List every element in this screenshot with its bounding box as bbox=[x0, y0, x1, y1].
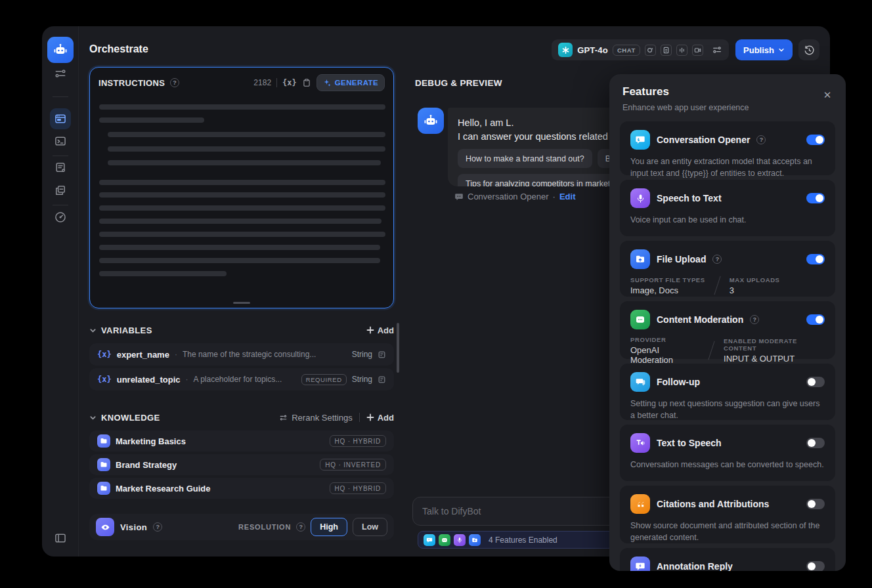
feature-card-speech-to-text: Speech to Text Voice input can be used i… bbox=[620, 180, 835, 236]
sidebar-item-monitoring-icon[interactable] bbox=[53, 209, 68, 225]
feature-toggle[interactable] bbox=[806, 438, 825, 448]
add-variable-button[interactable]: Add bbox=[366, 326, 394, 335]
insert-variable-icon[interactable]: {x} bbox=[282, 78, 297, 87]
dot-separator: · bbox=[185, 375, 188, 384]
audio-capability-icon bbox=[676, 45, 687, 56]
feature-toggle[interactable] bbox=[806, 314, 825, 325]
microphone-icon bbox=[630, 188, 650, 208]
vision-capability-icon bbox=[645, 45, 656, 56]
scrollbar-thumb[interactable] bbox=[397, 323, 399, 373]
feature-name: Follow-up bbox=[657, 377, 700, 387]
feature-toggle[interactable] bbox=[806, 193, 825, 203]
feature-toggle[interactable] bbox=[806, 499, 825, 509]
model-mode-badge: CHAT bbox=[613, 45, 640, 56]
preferences-sliders-icon[interactable] bbox=[53, 66, 68, 81]
meta-label: PROVIDER bbox=[630, 336, 699, 343]
rerank-settings-button[interactable]: Rerank Settings bbox=[279, 413, 353, 423]
variable-description: A placeholder for topics... bbox=[193, 375, 295, 384]
help-icon[interactable]: ? bbox=[750, 315, 759, 324]
resolution-high-button[interactable]: High bbox=[311, 518, 347, 536]
speech-to-text-mini-icon bbox=[454, 534, 466, 546]
generate-button[interactable]: GENERATE bbox=[316, 74, 385, 91]
app-logo-robot-icon[interactable] bbox=[47, 37, 74, 63]
vision-title: Vision bbox=[120, 522, 147, 532]
sidebar-divider bbox=[53, 156, 68, 156]
chevron-down-icon[interactable] bbox=[89, 327, 97, 334]
knowledge-badge: HQ · INVERTED bbox=[320, 459, 386, 471]
feature-name: Citations and Attributions bbox=[657, 499, 769, 509]
feature-toggle[interactable] bbox=[806, 377, 825, 387]
collapse-sidebar-icon[interactable] bbox=[53, 530, 68, 546]
help-icon[interactable]: ? bbox=[153, 522, 162, 532]
edit-field-icon[interactable] bbox=[378, 375, 386, 384]
sidebar-item-logs-icon[interactable] bbox=[53, 159, 68, 175]
moderation-face-icon bbox=[630, 310, 650, 329]
slash-divider bbox=[714, 276, 720, 295]
knowledge-row[interactable]: Market Research Guide HQ · HYBRID bbox=[89, 478, 394, 499]
sidebar-item-orchestrate[interactable] bbox=[50, 108, 71, 129]
feature-toggle[interactable] bbox=[806, 135, 825, 145]
knowledge-name: Brand Strategy bbox=[116, 460, 177, 470]
resize-handle[interactable] bbox=[233, 302, 250, 304]
feature-card-text-to-speech: Text to Speech Conversation messages can… bbox=[620, 425, 835, 481]
dot-separator: · bbox=[553, 192, 556, 201]
debug-preview-title: DEBUG & PREVIEW bbox=[415, 78, 502, 88]
publish-button[interactable]: Publish bbox=[735, 39, 793, 60]
knowledge-row[interactable]: Marketing Basics HQ · HYBRID bbox=[89, 430, 394, 452]
edit-field-icon[interactable] bbox=[378, 350, 386, 359]
help-icon[interactable]: ? bbox=[712, 255, 722, 264]
feature-description: Conversation messages can be converted t… bbox=[630, 459, 825, 471]
variable-row[interactable]: {x} unrelated_topic · A placeholder for … bbox=[89, 368, 394, 390]
feature-description: Voice input can be used in chat. bbox=[630, 214, 825, 226]
sparkle-icon bbox=[323, 79, 332, 87]
variables-header: VARIABLES Add bbox=[89, 323, 394, 337]
resolution-low-button[interactable]: Low bbox=[353, 518, 387, 536]
instructions-header: INSTRUCTIONS ? 2182 {x} GENERATE bbox=[90, 68, 393, 98]
chat-bubble-quote-icon bbox=[630, 130, 650, 150]
instructions-title: INSTRUCTIONS bbox=[98, 78, 165, 88]
suggested-question-chip[interactable]: How to make a brand stand out? bbox=[458, 149, 592, 168]
meta-value: 3 bbox=[730, 285, 780, 295]
knowledge-folder-icon bbox=[97, 482, 110, 495]
help-icon[interactable]: ? bbox=[296, 522, 305, 532]
publish-label: Publish bbox=[743, 45, 774, 55]
add-knowledge-button[interactable]: Add bbox=[366, 413, 394, 423]
history-icon bbox=[804, 45, 815, 56]
page-title: Orchestrate bbox=[89, 43, 148, 55]
feature-toggle[interactable] bbox=[806, 561, 825, 571]
bot-avatar bbox=[418, 108, 444, 134]
feature-name: Content Moderation bbox=[657, 314, 743, 325]
copy-clipboard-icon[interactable] bbox=[302, 78, 311, 87]
sidebar-item-terminal-icon[interactable] bbox=[53, 133, 68, 149]
variable-type: String bbox=[352, 375, 372, 384]
knowledge-row[interactable]: Brand Strategy HQ · INVERTED bbox=[89, 454, 394, 475]
feature-card-citations: Citations and Attributions Show source d… bbox=[620, 486, 835, 543]
variable-row[interactable]: {x} expert_name · The name of the strate… bbox=[89, 343, 394, 366]
chevron-down-icon[interactable] bbox=[89, 414, 97, 421]
add-label: Add bbox=[378, 326, 394, 335]
knowledge-name: Marketing Basics bbox=[116, 436, 186, 446]
feature-name: Annotation Reply bbox=[657, 561, 733, 571]
model-params-icon[interactable] bbox=[712, 45, 722, 55]
close-icon[interactable]: ✕ bbox=[819, 87, 835, 103]
openai-logo-icon bbox=[558, 43, 573, 57]
sidebar-divider bbox=[53, 96, 68, 97]
add-label: Add bbox=[378, 413, 394, 423]
meta-label: MAX UPLOADS bbox=[730, 276, 780, 284]
double-chat-bubble-icon bbox=[630, 372, 650, 392]
help-icon[interactable]: ? bbox=[756, 135, 766, 144]
model-selector[interactable]: GPT-4o CHAT bbox=[552, 39, 729, 60]
variable-icon: {x} bbox=[97, 350, 112, 359]
char-count: 2182 bbox=[253, 78, 271, 87]
conversation-opener-mini-icon bbox=[424, 534, 435, 546]
edit-opener-link[interactable]: Edit bbox=[559, 192, 576, 201]
suggested-question-chip[interactable]: Tips for analyzing competitors in market bbox=[458, 174, 618, 186]
feature-toggle[interactable] bbox=[806, 254, 825, 264]
feature-name: Text to Speech bbox=[657, 438, 722, 448]
instructions-panel[interactable]: INSTRUCTIONS ? 2182 {x} GENERATE bbox=[89, 67, 394, 308]
history-button[interactable] bbox=[798, 39, 819, 60]
help-icon[interactable]: ? bbox=[170, 78, 179, 87]
sidebar-item-annotation-icon[interactable] bbox=[53, 182, 68, 198]
file-upload-mini-icon bbox=[469, 534, 481, 546]
model-name: GPT-4o bbox=[577, 45, 608, 55]
